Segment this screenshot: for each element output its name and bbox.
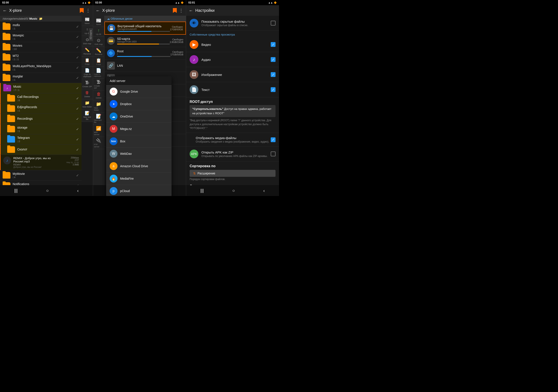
text-checkbox[interactable]: ✓ (271, 87, 276, 92)
list-item[interactable]: MultiLayerPhoto_WandApps □1 ✓ (0, 62, 81, 73)
copy-action-btn[interactable]: 📋 Copy (93, 57, 104, 67)
nav-menu-1[interactable]: ||| (14, 188, 18, 193)
bookmark-icon-2[interactable] (173, 8, 177, 13)
updir-action-btn[interactable]: ↑ Up dir (93, 27, 104, 37)
box-item[interactable]: box Box (106, 135, 172, 148)
back-button-3[interactable]: ← (189, 8, 193, 13)
nav-home-1[interactable]: ○ (46, 188, 49, 193)
edging-records-item[interactable]: EdjingRecords □1 ✓ (0, 104, 81, 114)
signal-icon-2: ▲▲ (175, 1, 180, 4)
nav-back-1[interactable]: ‹ (77, 188, 79, 193)
copy-button[interactable]: 📋 Copy (81, 56, 93, 67)
folder-icon (3, 75, 10, 81)
rename-action-btn[interactable]: ✏️ Rename (93, 47, 104, 57)
back-button-1[interactable]: ← (3, 8, 7, 13)
newtextfile-action-btn[interactable]: 📝 New text file (93, 113, 104, 125)
diskmap-action-btn[interactable]: ⊙ Disk map (93, 37, 104, 47)
own-viewers-section: Собственные средства просмотра (186, 31, 279, 37)
newfolder-action-btn[interactable]: 📁 New folder (93, 100, 104, 113)
mega-item[interactable]: M Mega.nz (106, 123, 172, 135)
display-media-setting[interactable]: Отображать медиа-файлы Отобразить сведен… (186, 133, 279, 147)
menu-button-2[interactable]: ⋮ (179, 8, 183, 13)
ftp-server-action-btn[interactable]: 🔌 FTP server (93, 137, 104, 149)
nav-menu-3[interactable]: ||| (200, 188, 204, 193)
telegram-item[interactable]: Telegram □3 ✓ (0, 134, 81, 145)
skolot-item[interactable]: Сколот ✓ (0, 145, 81, 155)
image-checkbox[interactable]: ✓ (271, 72, 276, 77)
root-item[interactable]: 🔷 Root / Свободно17GB/50GB (105, 47, 186, 60)
video-viewer-setting[interactable]: ▶ Видео ✓ (186, 37, 279, 52)
music-note-icon: ♪ (3, 157, 11, 164)
webdav-item[interactable]: W WebDav (106, 148, 172, 160)
nav-back-3[interactable]: ‹ (263, 188, 265, 193)
folder-icon (3, 182, 10, 185)
sd-card-item[interactable]: 💳 SD-карта /storage/7F3A-16E8 Свободно2.… (105, 35, 186, 47)
pcloud-item[interactable]: p pCloud (106, 185, 172, 196)
open-apk-text: Открыть APK как ZIP Открывать по умолчан… (201, 150, 271, 158)
internal-storage-item[interactable]: 💾 Внутренний общий накопитель /storage/e… (105, 22, 186, 35)
create-zip-button[interactable]: 🗜 Create ZIP (81, 79, 93, 89)
item-info: EdjingRecords □1 (17, 105, 76, 112)
list-item[interactable]: mofix □1 ✓ (0, 22, 81, 32)
open-apk-checkbox[interactable] (271, 151, 276, 156)
list-item[interactable]: Movepic □1 ✓ (0, 32, 81, 42)
image-viewer-setting[interactable]: 🖼 Изображение ✓ (186, 67, 279, 82)
nav-home-3[interactable]: ○ (232, 188, 235, 193)
list-item[interactable]: MT2 □1 □1 ✓ (0, 52, 81, 62)
onedrive-item[interactable]: ☁ OneDrive (106, 110, 172, 123)
list-item[interactable]: MyMovie □4 ✓ (0, 170, 81, 181)
call-recordings-item[interactable]: Call Recordings □6 ✓ (0, 93, 81, 104)
news-action-btn[interactable]: 📰 News (93, 16, 104, 27)
bookmark-icon-1[interactable] (80, 8, 84, 13)
audio-viewer-setting[interactable]: ♪ Аудио ✓ (186, 52, 279, 67)
copy-clipboard-button[interactable]: 📄 Copy to clipboard (81, 67, 93, 79)
music-track-item[interactable]: ♪ REMIX - Доброе утро, мы из России!.mp3… (0, 155, 81, 170)
mediafire-item[interactable]: 🔥 MediaFire (106, 173, 172, 185)
list-item[interactable]: Notifications □1 ✓ (0, 181, 81, 185)
show-hidden-sub: Отображает скрытые файлы в списке. (201, 24, 271, 27)
mediafire-icon: 🔥 (110, 175, 117, 183)
rename-button[interactable]: ✏️ Rename (81, 46, 93, 56)
amazon-item[interactable]: a Amazon Cloud Drive (106, 160, 172, 173)
back-button-2[interactable]: ← (96, 8, 100, 13)
menu-button-1[interactable]: ⋮ (86, 8, 90, 13)
display-media-checkbox[interactable]: ✓ (271, 137, 276, 142)
zip-action-icon: 🗜 (96, 79, 101, 85)
new-text-file-button[interactable]: 📝 New text file (81, 109, 93, 122)
checkmark: ✓ (76, 183, 79, 185)
text-viewer-setting[interactable]: 📄 Текст ✓ (186, 82, 279, 97)
video-checkbox[interactable]: ✓ (271, 42, 276, 47)
item-info: MT2 □1 □1 (13, 54, 76, 61)
delete-action-btn[interactable]: 🗑 Delete (93, 90, 104, 100)
wifi-icon-3: 🔶 (274, 1, 277, 4)
show-hidden-checkbox[interactable] (271, 21, 276, 26)
item-info: MyMovie □4 (13, 172, 76, 179)
zip-action-btn[interactable]: 🗜 Create ZIP (93, 78, 104, 90)
storage-item[interactable]: storage □1 ✓ (0, 124, 81, 134)
video-icon: ▶ (190, 40, 198, 49)
recordings-item[interactable]: Recordings ✓ (0, 114, 81, 124)
new-folder-button[interactable]: 📁 New folder (81, 99, 93, 109)
news-button[interactable]: 📰 News (81, 16, 93, 26)
dropbox-item[interactable]: ✦ Dropbox (106, 98, 172, 110)
delete-button[interactable]: 🗑 Delete (81, 89, 93, 99)
wifi-server-action-btn[interactable]: 📶 WiFi server (93, 125, 104, 137)
music-folder-item[interactable]: ♪ Music □7 □1 ✓ (0, 83, 81, 93)
list-item[interactable]: Movies □10 ✓ (0, 42, 81, 52)
sd-card-tab[interactable]: SD-карта (89, 28, 93, 41)
lan-item[interactable]: 🔗 LAN (105, 60, 186, 72)
folder-icon (7, 136, 15, 143)
file-list-1[interactable]: mofix □1 ✓ Movepic □1 ✓ Movies □10 ✓ (0, 22, 93, 185)
storage-info: Внутренний общий накопитель /storage/emu… (117, 24, 170, 32)
item-info: MultiLayerPhoto_WandApps □1 (13, 64, 76, 71)
clipboard-action-btn[interactable]: 📄 Copy to clipboard (93, 67, 104, 78)
list-item[interactable]: murglar □1 ✓ (0, 73, 81, 83)
show-hidden-setting[interactable]: 👁 Показывать скрытые файлы Отображает ск… (186, 16, 279, 31)
sort-by-button[interactable]: ⇅ Расширение (190, 170, 276, 177)
page-title: Настройки (195, 8, 276, 13)
google-drive-item[interactable]: G Google Drive (106, 86, 172, 98)
audio-checkbox[interactable]: ✓ (271, 57, 276, 62)
open-apk-setting[interactable]: APK Открыть APK как ZIP Открывать по умо… (186, 147, 279, 162)
storage-bar-fill (117, 31, 151, 32)
root-desc: "Вид доступа к корневой (ROOT) папке "/"… (190, 118, 276, 130)
